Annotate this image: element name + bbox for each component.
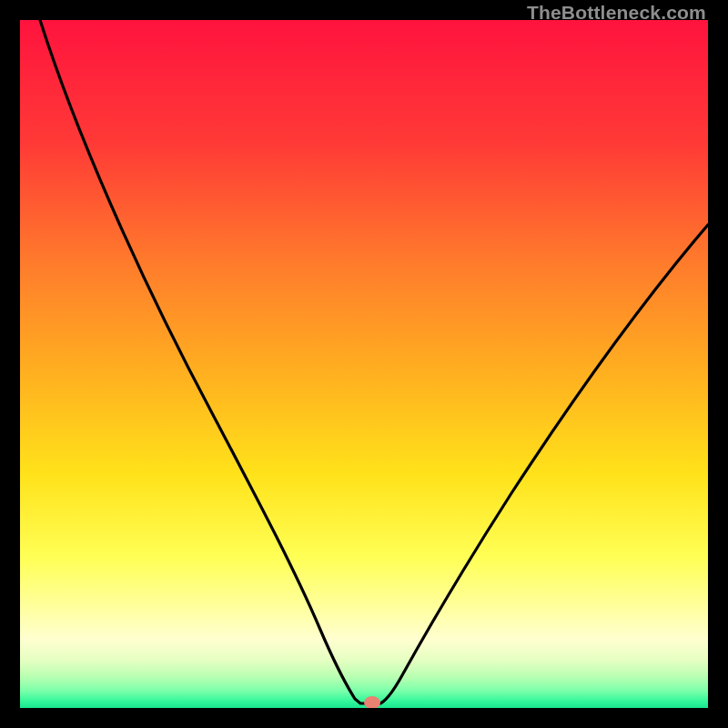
chart-frame: TheBottleneck.com: [0, 0, 728, 728]
chart-svg: [20, 20, 708, 708]
chart-background-gradient: [20, 20, 708, 708]
chart-plot-area: [20, 20, 708, 708]
watermark-text: TheBottleneck.com: [527, 2, 706, 24]
